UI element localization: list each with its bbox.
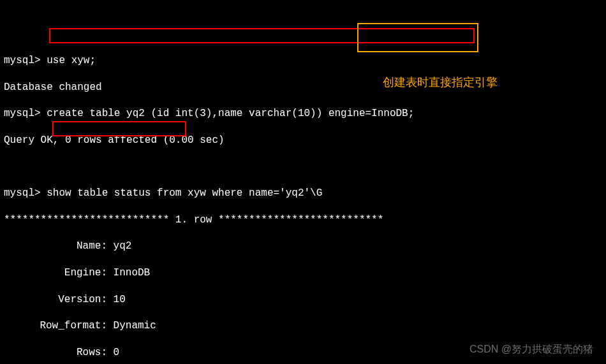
status-engine: Engine: InnoDB xyxy=(4,266,602,280)
cmd-show-status: show table status from xyw where name='y… xyxy=(47,187,322,199)
resp-query-ok: Query OK, 0 rows affected (0.00 sec) xyxy=(4,134,602,147)
mysql-prompt: mysql> xyxy=(4,187,41,199)
highlight-create-table xyxy=(49,28,475,43)
mysql-prompt: mysql> xyxy=(4,55,41,66)
status-version: Version: 10 xyxy=(4,293,602,307)
mysql-prompt: mysql> xyxy=(4,108,41,119)
highlight-engine-clause xyxy=(357,23,478,52)
cmd-line-3: mysql> show table status from xyw where … xyxy=(4,187,602,200)
cmd-create-table: create table yq2 (id int(3),name varchar… xyxy=(47,108,414,119)
resp-db-changed: Database changed xyxy=(4,81,602,94)
blank-line xyxy=(4,161,602,174)
cmd-use: use xyw; xyxy=(47,55,96,66)
cmd-line-2: mysql> create table yq2 (id int(3),name … xyxy=(4,107,602,120)
annotation-text: 创建表时直接指定引擎 xyxy=(383,75,498,90)
status-rowformat: Row_format: Dynamic xyxy=(4,319,602,333)
watermark-text: CSDN @努力拱破蛋壳的猪 xyxy=(469,343,593,356)
cmd-line-1: mysql> use xyw; xyxy=(4,54,602,68)
row-header: *************************** 1. row *****… xyxy=(4,214,602,227)
status-name: Name: yq2 xyxy=(4,240,602,253)
